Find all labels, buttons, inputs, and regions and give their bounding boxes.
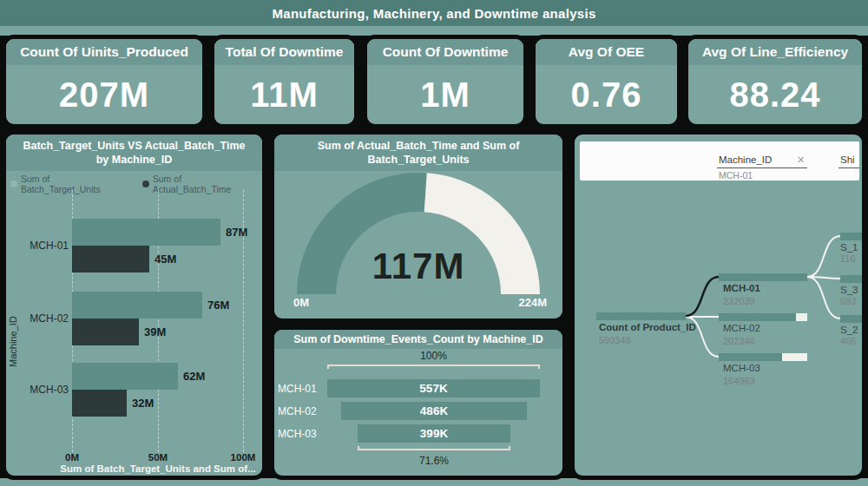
bar-row: 39M [72, 319, 166, 345]
bar-value-label: 32M [132, 397, 154, 410]
bar-mch03-target[interactable] [72, 363, 178, 390]
tree-node-s1-bar[interactable] [840, 233, 866, 240]
category-label: MCH-02 [18, 312, 69, 325]
funnel-bar-mch03[interactable]: 399K [358, 424, 510, 443]
close-icon[interactable]: ✕ [797, 154, 805, 166]
funnel-category: MCH-03 [278, 428, 319, 440]
dashboard: Manufacturing, Machinery, and Downtime a… [0, 0, 868, 486]
legend-item-target[interactable]: Sum of Batch_Target_Units [10, 174, 132, 194]
category-label: MCH-01 [18, 240, 69, 252]
kpi-card-total-downtime[interactable]: Total Of Downtime 11M [210, 35, 358, 128]
funnel-category: MCH-02 [278, 405, 319, 417]
field-shift[interactable]: Shi [840, 154, 855, 165]
x-axis-title: Sum of Batch_Target_Units and Sum of... [41, 463, 266, 474]
bar-mch02-actual[interactable] [72, 319, 139, 345]
x-tick: 100M [224, 452, 262, 463]
tree-bar-fill [719, 353, 782, 361]
kpi-card-units-produced[interactable]: Count Of Uinits_Produced 207M [2, 35, 207, 128]
x-tick: 0M [53, 452, 91, 463]
funnel-bottom-bracket [358, 446, 510, 450]
tree-node-value: 232039 [723, 296, 755, 306]
tree-node-s3-bar[interactable] [840, 275, 866, 283]
tree-node-label: Count of Product_ID [599, 322, 696, 332]
kpi-label: Count Of Downtime [367, 39, 523, 65]
legend-dot-icon [142, 181, 149, 187]
connector-root-mch01-selected [686, 277, 719, 316]
gauge-panel[interactable]: Sum of Actual_Batch_Time and Sum of Batc… [270, 130, 567, 323]
bar-row: 76M [72, 292, 229, 319]
tree-node-mch03-bar[interactable] [719, 353, 807, 361]
funnel-category: MCH-01 [278, 383, 319, 395]
bar-mch02-target[interactable] [72, 292, 202, 319]
bar-mch01-target[interactable] [72, 219, 220, 246]
field-selected-value: MCH-01 [719, 170, 753, 181]
bar-value-label: 87M [226, 226, 247, 239]
kpi-value: 11M [214, 65, 354, 124]
tree-node-mch01-bar[interactable] [719, 273, 807, 281]
funnel-bar-mch02[interactable]: 486K [341, 402, 527, 420]
tree-node-value: 202346 [723, 336, 755, 346]
tree-connectors [575, 135, 862, 476]
page-title: Manufacturing, Machinery, and Downtime a… [272, 6, 595, 21]
kpi-value: 0.76 [536, 65, 677, 124]
tree-node-label: S_2 [840, 325, 858, 335]
bar-chart-legend: Sum of Batch_Target_Units Sum of Actual_… [10, 174, 262, 194]
funnel-bottom-percent: 71.6% [358, 455, 510, 467]
tree-node-value: 116 [840, 253, 856, 264]
tree-node-label: S_1 [840, 242, 858, 253]
gauge-title: Sum of Actual_Batch_Time and Sum of Batc… [274, 135, 562, 171]
tree-node-root-bar[interactable] [596, 312, 686, 320]
tree-bar-fill [719, 313, 796, 321]
field-underline [838, 167, 859, 168]
tree-node-value: 466 [840, 336, 856, 346]
title-bar: Manufacturing, Machinery, and Downtime a… [0, 0, 868, 26]
bar-value-label: 62M [183, 370, 205, 383]
kpi-value: 88.24 [688, 65, 862, 124]
tree-node-value: 693 [840, 296, 856, 306]
category-label: MCH-03 [18, 384, 69, 396]
funnel-value: 399K [420, 427, 448, 440]
x-tick: 50M [139, 452, 177, 463]
funnel-top-bracket [327, 364, 540, 369]
bar-row: 87M [72, 219, 247, 246]
bar-value-label: 76M [207, 299, 229, 312]
decomposition-tree-panel[interactable]: Machine_ID ✕ MCH-01 Shi Count of Product… [570, 130, 866, 480]
tree-node-label: MCH-01 [723, 283, 760, 293]
gauge-min-label: 0M [293, 296, 309, 309]
bar-row: 45M [72, 246, 176, 273]
tree-node-mch02-bar[interactable] [719, 313, 807, 321]
legend-item-actual[interactable]: Sum of Actual_Batch_Time [142, 174, 262, 194]
bar-row: 62M [72, 363, 205, 390]
gauge-value: 117M [274, 246, 562, 287]
bar-chart-panel[interactable]: Batch_Target_Units VS Actual_Batch_Time … [2, 130, 266, 480]
tree-node-s2-bar[interactable] [840, 315, 866, 323]
tree-breadcrumb-bar: Machine_ID ✕ MCH-01 Shi [580, 141, 859, 181]
legend-dot-icon [10, 181, 17, 187]
kpi-label: Total Of Downtime [214, 39, 354, 65]
bar-row: 32M [72, 390, 154, 417]
funnel-panel[interactable]: Sum of Downtime_Events_Count by Machine_… [270, 325, 567, 480]
funnel-bar-mch01[interactable]: 557K [327, 379, 540, 397]
kpi-card-avg-oee[interactable]: Avg Of OEE 0.76 [531, 35, 681, 128]
bar-mch03-actual[interactable] [72, 390, 127, 417]
funnel-value: 486K [420, 404, 448, 417]
kpi-label: Count Of Uinits_Produced [6, 39, 202, 65]
legend-label: Sum of Actual_Batch_Time [153, 174, 262, 194]
tree-node-label: S_3 [840, 285, 858, 295]
field-machine-id[interactable]: Machine_ID [719, 154, 772, 165]
connector-mch01-s2 [807, 277, 840, 319]
kpi-value: 207M [6, 65, 202, 124]
kpi-card-line-efficiency[interactable]: Avg Of Line_Efficiency 88.24 [684, 35, 866, 128]
legend-label: Sum of Batch_Target_Units [21, 174, 132, 194]
bar-chart-title: Batch_Target_Units VS Actual_Batch_Time … [6, 135, 262, 171]
kpi-card-count-downtime[interactable]: Count Of Downtime 1M [363, 35, 528, 128]
bar-value-label: 39M [144, 325, 166, 338]
y-axis-title: Machine_ID [8, 316, 18, 367]
connector-mch01-s1 [807, 236, 840, 277]
tree-node-value: 164963 [723, 376, 755, 386]
bar-mch01-actual[interactable] [72, 246, 149, 273]
funnel-value: 557K [419, 382, 447, 395]
field-underline [717, 167, 807, 168]
kpi-value: 1M [367, 65, 523, 124]
gauge-max-label: 224M [507, 296, 547, 309]
